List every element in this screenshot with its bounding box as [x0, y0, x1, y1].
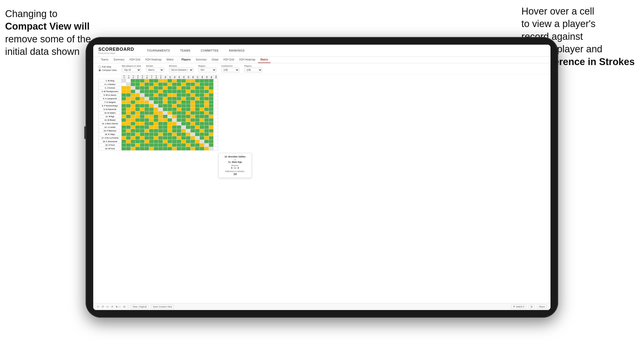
matrix-cell[interactable] — [122, 136, 126, 140]
matrix-cell[interactable] — [172, 111, 177, 115]
undo-icon[interactable]: ↩ — [97, 305, 99, 308]
matrix-cell[interactable] — [149, 140, 154, 143]
matrix-cell[interactable] — [214, 129, 218, 133]
players-select[interactable]: (All) — [244, 68, 262, 72]
matrix-cell[interactable] — [145, 108, 149, 111]
matrix-cell[interactable] — [158, 101, 163, 104]
matrix-cell[interactable] — [122, 143, 126, 147]
sub-nav-summary-left[interactable]: Summary — [111, 57, 127, 63]
matrix-cell[interactable] — [177, 126, 181, 129]
matrix-cell[interactable] — [204, 147, 209, 151]
matrix-cell[interactable] — [158, 104, 163, 108]
matrix-cell[interactable] — [158, 136, 163, 140]
matrix-cell[interactable] — [154, 97, 158, 101]
matrix-cell[interactable] — [154, 129, 158, 133]
matrix-cell[interactable] — [149, 108, 154, 111]
matrix-cell[interactable] — [126, 147, 131, 151]
zoom-icon[interactable]: ⊕ — — [116, 305, 121, 308]
matrix-cell[interactable] — [200, 136, 204, 140]
matrix-cell[interactable] — [200, 97, 204, 101]
matrix-cell[interactable] — [163, 101, 168, 104]
matrix-cell[interactable] — [200, 93, 204, 97]
matrix-cell[interactable] — [181, 104, 186, 108]
matrix-cell[interactable] — [168, 111, 172, 115]
matrix-cell[interactable] — [191, 111, 195, 115]
matrix-cell[interactable] — [209, 111, 214, 115]
matrix-cell[interactable] — [209, 101, 214, 104]
matrix-cell[interactable] — [158, 143, 163, 147]
matrix-cell[interactable] — [135, 147, 140, 151]
matrix-cell[interactable] — [135, 90, 140, 93]
nav-committee[interactable]: COMMITTEE — [201, 49, 219, 52]
matrix-cell[interactable] — [214, 122, 218, 126]
matrix-cell[interactable] — [145, 115, 149, 118]
nav-teams[interactable]: TEAMS — [180, 49, 190, 52]
matrix-cell[interactable] — [204, 90, 209, 93]
matrix-cell[interactable] — [131, 147, 135, 151]
view-original-btn[interactable]: View: Original — [131, 305, 148, 309]
matrix-cell[interactable] — [158, 133, 163, 136]
matrix-cell[interactable] — [163, 83, 168, 86]
matrix-cell[interactable] — [131, 143, 135, 147]
matrix-cell[interactable] — [122, 97, 126, 101]
matrix-cell[interactable] — [158, 79, 163, 83]
matrix-cell[interactable] — [140, 136, 145, 140]
matrix-cell[interactable] — [122, 101, 126, 104]
matrix-cell[interactable] — [214, 126, 218, 129]
matrix-cell[interactable] — [209, 126, 214, 129]
matrix-cell[interactable] — [214, 147, 218, 151]
matrix-cell[interactable] — [214, 86, 218, 90]
matrix-cell[interactable] — [209, 122, 214, 126]
sub-nav-h2hheatmap-left[interactable]: H2H Heatmap — [143, 57, 164, 63]
matrix-cell[interactable] — [163, 79, 168, 83]
matrix-cell[interactable] — [214, 83, 218, 86]
matrix-cell[interactable] — [154, 118, 158, 122]
matrix-cell[interactable] — [195, 93, 200, 97]
matrix-cell[interactable] — [145, 79, 149, 83]
matrix-cell[interactable] — [140, 86, 145, 90]
matrix-cell[interactable] — [177, 97, 181, 101]
matrix-cell[interactable] — [177, 104, 181, 108]
matrix-cell[interactable] — [163, 133, 168, 136]
matrix-cell[interactable] — [149, 129, 154, 133]
matrix-cell[interactable] — [186, 118, 191, 122]
matrix-cell[interactable] — [131, 97, 135, 101]
matrix-cell[interactable] — [181, 83, 186, 86]
matrix-cell[interactable] — [122, 115, 126, 118]
matrix-cell[interactable] — [172, 115, 177, 118]
matrix-cell[interactable] — [214, 97, 218, 101]
matrix-cell[interactable] — [154, 86, 158, 90]
matrix-cell[interactable] — [154, 101, 158, 104]
matrix-cell[interactable] — [172, 136, 177, 140]
matrix-cell[interactable] — [209, 115, 214, 118]
matrix-cell[interactable] — [131, 129, 135, 133]
matrix-cell[interactable] — [168, 93, 172, 97]
matrix-cell[interactable] — [126, 79, 131, 83]
matrix-cell[interactable] — [158, 108, 163, 111]
matrix-cell[interactable] — [126, 115, 131, 118]
matrix-cell[interactable] — [200, 147, 204, 151]
matrix-cell[interactable] — [172, 133, 177, 136]
matrix-cell[interactable] — [209, 133, 214, 136]
matrix-cell[interactable] — [135, 126, 140, 129]
matrix-cell[interactable] — [191, 86, 195, 90]
matrix-cell[interactable] — [200, 122, 204, 126]
matrix-cell[interactable] — [131, 86, 135, 90]
matrix-cell[interactable] — [209, 118, 214, 122]
matrix-cell[interactable] — [131, 122, 135, 126]
share-btn[interactable]: Share — [537, 305, 547, 309]
matrix-cell[interactable] — [163, 122, 168, 126]
full-view-radio[interactable]: Full View — [98, 66, 117, 68]
matrix-cell[interactable] — [149, 104, 154, 108]
matrix-cell[interactable] — [214, 90, 218, 93]
matrix-cell[interactable] — [181, 122, 186, 126]
nav-rankings[interactable]: RANKINGS — [229, 49, 244, 52]
matrix-cell[interactable] — [195, 143, 200, 147]
matrix-cell[interactable] — [214, 93, 218, 97]
matrix-cell[interactable] — [140, 111, 145, 115]
matrix-cell[interactable] — [186, 108, 191, 111]
matrix-container[interactable]: 1. W Ding 2. L Clanton 3. J Kolvun 4. M … — [93, 74, 551, 303]
matrix-cell[interactable] — [140, 129, 145, 133]
matrix-cell[interactable] — [177, 118, 181, 122]
matrix-cell[interactable] — [168, 90, 172, 93]
